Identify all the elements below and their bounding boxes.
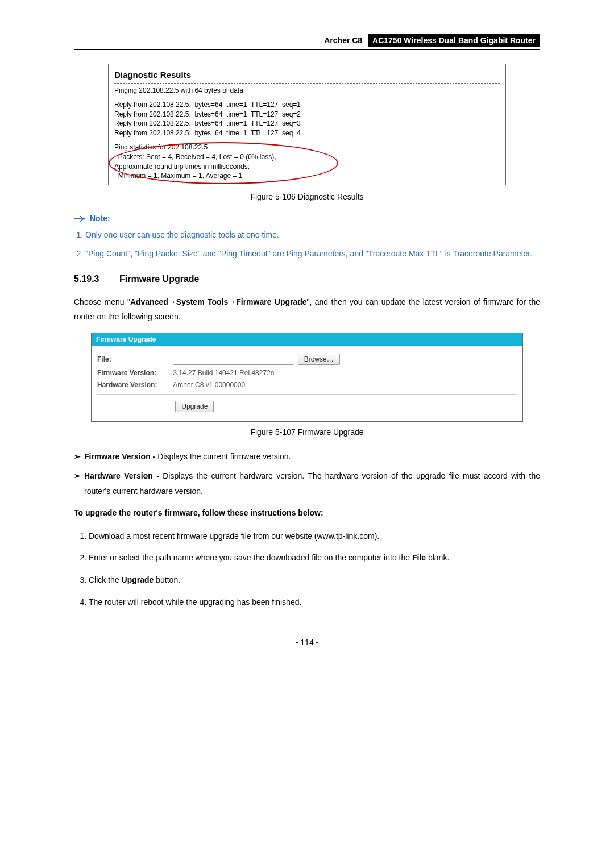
note-item: Only one user can use the diagnostic too… — [85, 227, 540, 243]
file-label: File: — [97, 355, 171, 363]
ping-reply-line: Reply from 202.108.22.5: bytes=64 time=1… — [114, 110, 500, 119]
header-title: AC1750 Wireless Dual Band Gigabit Router — [368, 34, 540, 47]
ping-reply-line: Reply from 202.108.22.5: bytes=64 time=1… — [114, 100, 500, 110]
firmware-upgrade-panel: Firmware Upgrade File: Browse… Firmware … — [91, 333, 523, 422]
ping-reply-line: Reply from 202.108.22.5: bytes=64 time=1… — [114, 128, 500, 138]
note-list: Only one user can use the diagnostic too… — [74, 227, 540, 261]
diagnostic-results-box: Diagnostic Results Pinging 202.108.22.5 … — [108, 64, 506, 185]
field-description-list: Firmware Version - Displays the current … — [74, 449, 540, 499]
intro-paragraph: Choose menu "Advanced→System Tools→Firmw… — [74, 294, 540, 325]
ping-stats-line: Ping statistics for 202.108.22.5 — [114, 143, 500, 152]
instruction-steps: Download a most recent firmware upgrade … — [74, 529, 540, 609]
page-number: - 114 - — [74, 638, 540, 647]
note-item: "Ping Count", "Ping Packet Size" and "Pi… — [85, 246, 540, 261]
bullet-hardware-version: Hardware Version - Displays the current … — [84, 468, 540, 499]
hardware-version-label: Hardware Version: — [97, 381, 171, 389]
figure-caption-diagnostic: Figure 5-106 Diagnostic Results — [74, 192, 540, 201]
figure-caption-firmware: Figure 5-107 Firmware Upgrade — [74, 427, 540, 437]
upgrade-button[interactable]: Upgrade — [175, 401, 214, 412]
diagnostic-output: Pinging 202.108.22.5 with 64 bytes of da… — [114, 83, 500, 181]
header-model: Archer C8 — [324, 36, 362, 45]
ping-stats-line: Approximate round trip times in millisec… — [114, 162, 500, 172]
step-item: Download a most recent firmware upgrade … — [89, 529, 540, 544]
note-label: Note: — [90, 214, 110, 223]
section-heading: 5.19.3Firmware Upgrade — [74, 274, 540, 284]
page-header: Archer C8 AC1750 Wireless Dual Band Giga… — [74, 34, 540, 50]
instructions-heading: To upgrade the router's firmware, follow… — [74, 505, 540, 521]
divider — [97, 394, 517, 395]
hardware-version-value: Archer C8 v1 00000000 — [173, 381, 245, 389]
ping-stats-line: Minimum = 1, Maximum = 1, Average = 1 — [114, 171, 500, 181]
section-title: Firmware Upgrade — [119, 274, 199, 284]
firmware-version-label: Firmware Version: — [97, 369, 171, 377]
step-item: The router will reboot while the upgradi… — [89, 595, 540, 610]
ping-header-line: Pinging 202.108.22.5 with 64 bytes of da… — [114, 86, 500, 95]
firmware-version-value: 3.14.27 Build 140421 Rel.48272n — [173, 369, 274, 377]
step-item: Click the Upgrade button. — [89, 572, 540, 588]
ping-reply-line: Reply from 202.108.22.5: bytes=64 time=1… — [114, 119, 500, 128]
step-item: Enter or select the path name where you … — [89, 550, 540, 566]
diagnostic-results-title: Diagnostic Results — [114, 70, 500, 80]
firmware-panel-title: Firmware Upgrade — [92, 333, 522, 346]
ping-stats-line: Packets: Sent = 4, Received = 4, Lost = … — [114, 152, 500, 162]
file-input[interactable] — [173, 354, 293, 365]
section-number: 5.19.3 — [74, 274, 119, 284]
bullet-firmware-version: Firmware Version - Displays the current … — [84, 449, 540, 464]
browse-button[interactable]: Browse… — [298, 354, 340, 365]
hand-point-icon — [74, 215, 86, 223]
svg-point-0 — [84, 218, 85, 220]
note-heading: Note: — [74, 214, 540, 223]
